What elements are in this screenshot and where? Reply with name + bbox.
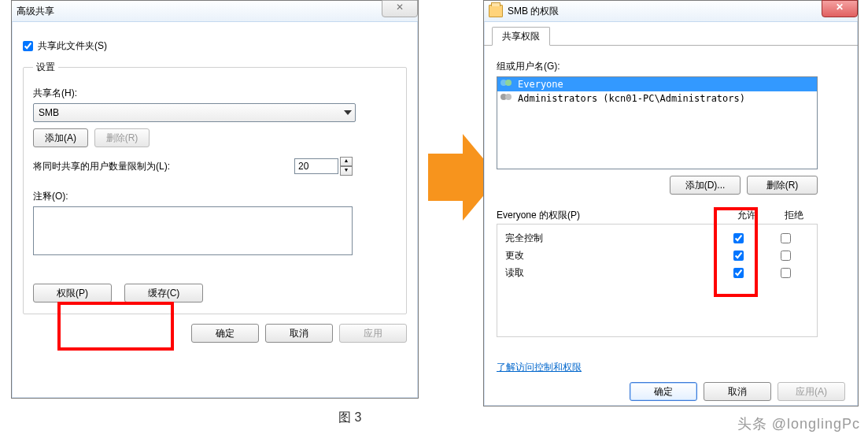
allow-change-checkbox[interactable] bbox=[733, 251, 744, 261]
close-button[interactable]: ✕ bbox=[382, 0, 418, 17]
titlebar-left: 高级共享 ✕ bbox=[12, 1, 418, 22]
cancel-button[interactable]: 取消 bbox=[265, 324, 333, 343]
close-button[interactable]: ✕ bbox=[822, 0, 858, 17]
ok-button[interactable]: 确定 bbox=[630, 382, 697, 401]
learn-more-link[interactable]: 了解访问控制和权限 bbox=[497, 361, 582, 374]
deny-read-checkbox[interactable] bbox=[781, 268, 791, 278]
advanced-sharing-window: 高级共享 ✕ 共享此文件夹(S) 设置 共享名(H): SMB 添加(A) 删除… bbox=[11, 0, 419, 399]
col-deny: 拒绝 bbox=[770, 209, 818, 222]
add-share-button[interactable]: 添加(A) bbox=[33, 128, 88, 147]
list-item-label: Everyone bbox=[518, 79, 563, 90]
limit-label: 将同时共享的用户数量限制为(L): bbox=[33, 160, 170, 173]
share-folder-row: 共享此文件夹(S) bbox=[23, 39, 407, 53]
window-title: 高级共享 bbox=[17, 5, 54, 18]
perm-for-label: Everyone 的权限(P) bbox=[497, 209, 580, 222]
limit-input[interactable] bbox=[294, 158, 338, 174]
titlebar-right: SMB 的权限 ✕ bbox=[484, 1, 858, 22]
window-title: SMB 的权限 bbox=[508, 5, 559, 18]
deny-full-checkbox[interactable] bbox=[781, 233, 791, 243]
dialog-buttons-right: 确定 取消 应用(A) bbox=[497, 382, 845, 401]
list-item-label: Administrators (kcn01-PC\Administrators) bbox=[518, 93, 745, 104]
permissions-button[interactable]: 权限(P) bbox=[33, 284, 112, 303]
users-icon bbox=[500, 80, 513, 89]
perm-table: 完全控制 更改 读取 bbox=[497, 224, 818, 337]
spinner-up-icon[interactable]: ▲ bbox=[340, 157, 353, 166]
close-icon: ✕ bbox=[396, 2, 404, 13]
cancel-button[interactable]: 取消 bbox=[704, 382, 771, 401]
share-folder-label: 共享此文件夹(S) bbox=[38, 39, 107, 53]
list-item-everyone[interactable]: Everyone bbox=[497, 77, 817, 91]
client-area-left: 共享此文件夹(S) 设置 共享名(H): SMB 添加(A) 删除(R) 将同时… bbox=[12, 22, 418, 351]
remove-share-button: 删除(R) bbox=[94, 128, 150, 147]
share-name-value: SMB bbox=[39, 107, 59, 118]
apply-button: 应用 bbox=[339, 324, 407, 343]
watermark: 头条 @longlingPc bbox=[737, 414, 860, 433]
perm-row-change: 更改 bbox=[497, 247, 817, 264]
comment-label: 注释(O): bbox=[33, 190, 397, 203]
limit-spinner[interactable]: ▲ ▼ bbox=[294, 157, 353, 176]
perm-row-read: 读取 bbox=[497, 264, 817, 281]
folder-icon bbox=[489, 5, 503, 17]
close-icon: ✕ bbox=[836, 2, 844, 13]
permissions-window: SMB 的权限 ✕ 共享权限 组或用户名(G): Everyone Admini… bbox=[483, 0, 859, 406]
perm-label: 更改 bbox=[505, 249, 715, 262]
perm-label: 读取 bbox=[505, 266, 715, 280]
chevron-down-icon bbox=[344, 110, 352, 115]
share-name-label: 共享名(H): bbox=[33, 87, 397, 100]
spinner-down-icon[interactable]: ▼ bbox=[340, 166, 353, 176]
client-area-right: 组或用户名(G): Everyone Administrators (kcn01… bbox=[484, 46, 858, 407]
ok-button[interactable]: 确定 bbox=[191, 324, 259, 343]
perm-header: Everyone 的权限(P) 允许 拒绝 bbox=[497, 209, 818, 222]
caching-button[interactable]: 缓存(C) bbox=[124, 284, 203, 303]
perm-label: 完全控制 bbox=[505, 232, 715, 245]
comment-textarea[interactable] bbox=[33, 206, 353, 255]
dialog-buttons-left: 确定 取消 应用 bbox=[23, 324, 407, 343]
limit-row: 将同时共享的用户数量限制为(L): ▲ ▼ bbox=[33, 157, 353, 176]
perm-row-full: 完全控制 bbox=[497, 229, 817, 247]
allow-full-checkbox[interactable] bbox=[733, 233, 744, 243]
users-listbox[interactable]: Everyone Administrators (kcn01-PC\Admini… bbox=[497, 76, 818, 169]
share-folder-checkbox[interactable] bbox=[23, 41, 33, 51]
group-users-label: 组或用户名(G): bbox=[497, 60, 845, 73]
apply-button: 应用(A) bbox=[778, 382, 845, 401]
tab-label: 共享权限 bbox=[502, 30, 540, 43]
users-icon bbox=[500, 94, 513, 103]
settings-legend: 设置 bbox=[33, 61, 58, 74]
tab-strip: 共享权限 bbox=[484, 27, 858, 46]
tab-share-permissions[interactable]: 共享权限 bbox=[492, 27, 550, 46]
add-user-button[interactable]: 添加(D)... bbox=[670, 176, 741, 195]
col-allow: 允许 bbox=[723, 209, 770, 222]
figure-caption: 图 3 bbox=[338, 410, 361, 426]
settings-fieldset: 设置 共享名(H): SMB 添加(A) 删除(R) 将同时共享的用户数量限制为… bbox=[23, 61, 407, 314]
list-item-administrators[interactable]: Administrators (kcn01-PC\Administrators) bbox=[497, 91, 817, 106]
remove-user-button[interactable]: 删除(R) bbox=[747, 176, 818, 195]
share-name-combo[interactable]: SMB bbox=[33, 103, 356, 122]
deny-change-checkbox[interactable] bbox=[781, 251, 791, 261]
allow-read-checkbox[interactable] bbox=[733, 268, 744, 278]
